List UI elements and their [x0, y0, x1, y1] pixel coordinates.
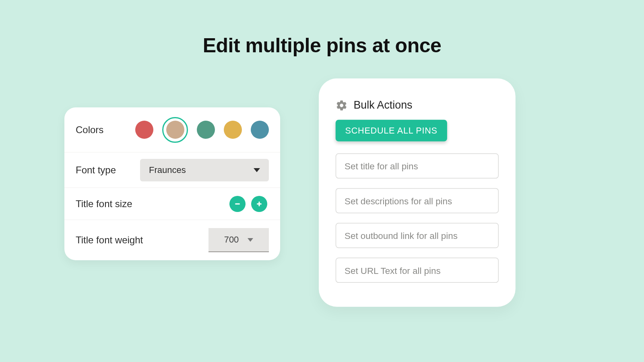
- row-colors: Colors: [64, 107, 280, 152]
- increase-button[interactable]: [251, 196, 267, 212]
- color-swatch-group: [135, 117, 269, 143]
- color-swatch-3[interactable]: [197, 121, 215, 139]
- svg-rect-0: [235, 203, 240, 204]
- svg-rect-2: [259, 202, 260, 206]
- color-swatch-2[interactable]: [166, 121, 184, 139]
- font-weight-select[interactable]: 700: [208, 228, 269, 252]
- font-type-select[interactable]: Fraunces: [140, 159, 269, 181]
- bulk-actions-title: Bulk Actions: [353, 99, 412, 111]
- bulk-actions-header: Bulk Actions: [336, 99, 499, 111]
- font-type-label: Font type: [76, 165, 116, 176]
- title-font-size-label: Title font size: [76, 198, 132, 210]
- set-url-text-input[interactable]: Set URL Text for all pins: [336, 258, 499, 283]
- chevron-down-icon: [254, 168, 260, 172]
- color-swatch-selected-ring: [162, 117, 188, 143]
- bulk-actions-panel: Bulk Actions SCHEDULE ALL PINS Set title…: [319, 78, 516, 307]
- title-font-weight-label: Title font weight: [76, 234, 143, 246]
- plus-icon: [256, 200, 263, 208]
- set-title-placeholder: Set title for all pins: [345, 161, 418, 171]
- set-outbound-link-placeholder: Set outbound link for all pins: [345, 230, 458, 241]
- row-title-font-size: Title font size: [64, 188, 280, 220]
- chevron-down-icon: [248, 238, 253, 242]
- font-type-value: Fraunces: [149, 165, 186, 175]
- row-title-font-weight: Title font weight 700: [64, 220, 280, 260]
- color-swatch-5[interactable]: [251, 121, 269, 139]
- color-swatch-4[interactable]: [224, 121, 242, 139]
- set-title-input[interactable]: Set title for all pins: [336, 153, 499, 179]
- gear-icon: [336, 99, 348, 111]
- decrease-button[interactable]: [229, 196, 246, 212]
- style-editor-panel: Colors Font type Fraunces Title font siz…: [64, 107, 280, 260]
- colors-label: Colors: [76, 124, 103, 136]
- font-size-stepper: [229, 196, 269, 212]
- page-title: Edit multiple pins at once: [0, 34, 644, 57]
- color-swatch-1[interactable]: [135, 121, 153, 139]
- row-font-type: Font type Fraunces: [64, 152, 280, 188]
- set-description-input[interactable]: Set descriptions for all pins: [336, 188, 499, 214]
- minus-icon: [234, 200, 241, 208]
- set-description-placeholder: Set descriptions for all pins: [345, 195, 452, 206]
- font-weight-value: 700: [224, 234, 239, 245]
- set-url-text-placeholder: Set URL Text for all pins: [345, 265, 441, 275]
- set-outbound-link-input[interactable]: Set outbound link for all pins: [336, 223, 499, 248]
- schedule-all-pins-button[interactable]: SCHEDULE ALL PINS: [336, 120, 447, 142]
